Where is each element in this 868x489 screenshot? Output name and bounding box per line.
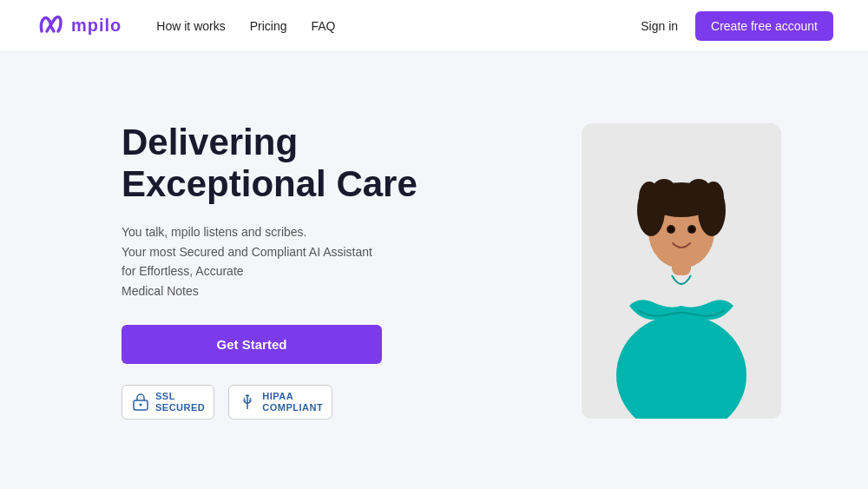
nav-right: Sign in Create free account — [641, 11, 833, 41]
main-content: Delivering Exceptional Care You talk, mp… — [0, 52, 868, 489]
caduceus-icon — [238, 393, 257, 412]
ssl-badge-text: SSL SECURED — [155, 391, 205, 413]
hipaa-badge-text: HIPAA COMPLIANT — [262, 391, 323, 413]
hero-subtext-line3: Medical Notes — [122, 284, 199, 298]
logo[interactable]: mpilo — [35, 14, 122, 38]
ssl-icon — [131, 393, 150, 412]
svg-point-1 — [140, 404, 142, 406]
nav-links: How it works Pricing FAQ — [156, 19, 641, 33]
get-started-button[interactable]: Get Started — [122, 325, 382, 364]
hero-text-section: Delivering Exceptional Care You talk, mp… — [122, 122, 529, 420]
svg-point-13 — [687, 179, 711, 203]
svg-point-16 — [668, 226, 674, 232]
hero-heading-line1: Delivering — [122, 122, 298, 162]
doctor-illustration — [582, 123, 781, 419]
hero-subtext-line2: Your most Secured and Compliant AI Assis… — [122, 245, 372, 278]
hero-heading-line2: Exceptional Care — [122, 163, 418, 204]
sign-in-link[interactable]: Sign in — [641, 19, 678, 33]
nav-how-it-works[interactable]: How it works — [156, 19, 225, 33]
hero-heading: Delivering Exceptional Care — [122, 122, 529, 206]
logo-text: mpilo — [71, 16, 122, 36]
nav-faq[interactable]: FAQ — [312, 19, 336, 33]
ssl-badge: SSL SECURED — [122, 385, 214, 420]
hero-subtext-line1: You talk, mpilo listens and scribes. — [122, 225, 306, 239]
trust-badges: SSL SECURED HIPAA COMPLIANT — [122, 385, 529, 420]
hero-subtext: You talk, mpilo listens and scribes. You… — [122, 222, 382, 301]
create-account-button[interactable]: Create free account — [695, 11, 833, 41]
hipaa-badge: HIPAA COMPLIANT — [228, 385, 332, 420]
hero-image — [582, 123, 781, 419]
navbar: mpilo How it works Pricing FAQ Sign in C… — [0, 0, 868, 52]
nav-pricing[interactable]: Pricing — [250, 19, 287, 33]
svg-point-17 — [689, 226, 694, 232]
svg-point-12 — [652, 179, 676, 203]
logo-icon — [35, 14, 66, 38]
